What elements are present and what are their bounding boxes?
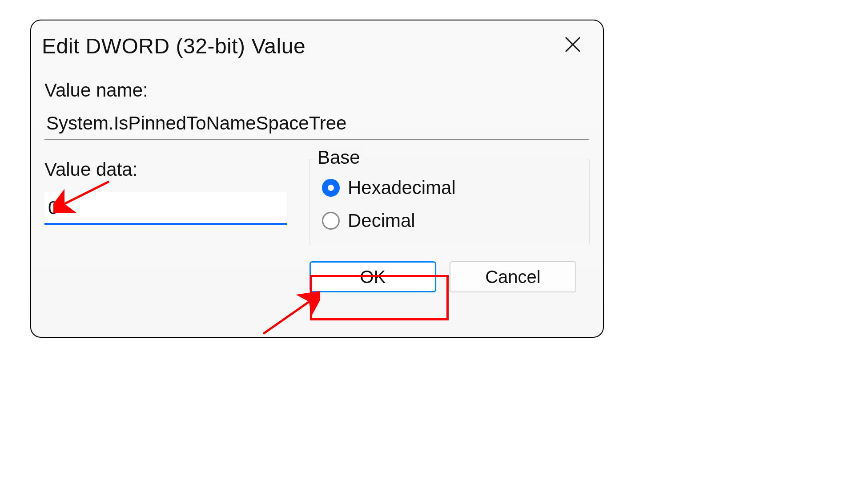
ok-button[interactable]: OK xyxy=(309,261,436,292)
radio-unselected-icon xyxy=(322,212,340,230)
dialog-titlebar: Edit DWORD (32-bit) Value xyxy=(31,20,603,63)
dialog-content: Value name: Value data: Base Hexadecimal xyxy=(31,63,603,292)
dialog-title: Edit DWORD (32-bit) Value xyxy=(42,34,305,58)
cancel-button[interactable]: Cancel xyxy=(450,261,576,292)
radio-hex-label: Hexadecimal xyxy=(348,177,456,198)
radio-dec-label: Decimal xyxy=(348,210,415,231)
value-name-label: Value name: xyxy=(44,80,590,101)
value-name-input[interactable] xyxy=(44,109,589,140)
radio-decimal[interactable]: Decimal xyxy=(322,210,577,231)
radio-hexadecimal[interactable]: Hexadecimal xyxy=(322,177,577,198)
close-icon[interactable] xyxy=(560,34,585,58)
radio-selected-icon xyxy=(322,179,340,197)
dialog-button-row: OK Cancel xyxy=(44,245,590,292)
edit-dword-dialog: Edit DWORD (32-bit) Value Value name: Va… xyxy=(30,20,604,338)
value-data-label: Value data: xyxy=(44,159,291,180)
value-data-input[interactable] xyxy=(44,192,287,225)
base-legend: Base xyxy=(314,147,364,168)
base-group: Base Hexadecimal Decimal xyxy=(309,159,590,245)
